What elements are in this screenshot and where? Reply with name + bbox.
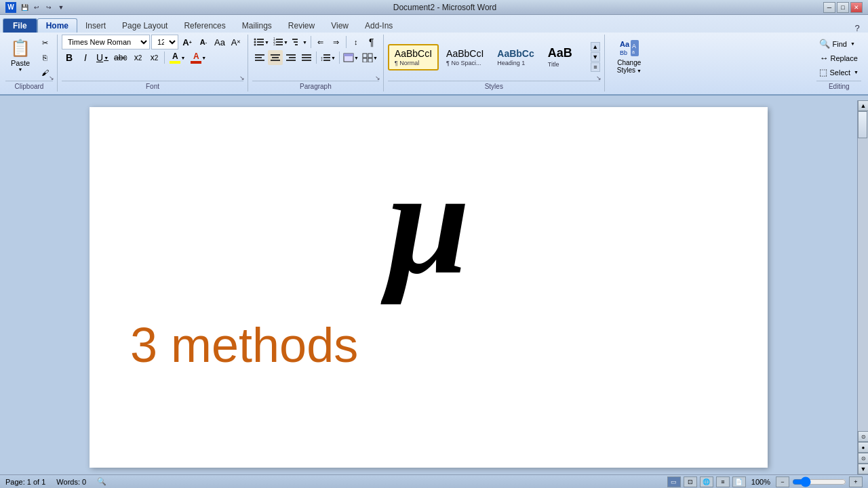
- styles-expand[interactable]: ↘: [595, 74, 603, 82]
- tab-mailings[interactable]: Mailings: [234, 19, 280, 33]
- font-expand[interactable]: ↘: [238, 74, 246, 82]
- style-normal[interactable]: AaBbCcI ¶ Normal: [388, 44, 439, 70]
- find-button[interactable]: 🔍 Find ▼: [816, 37, 857, 50]
- svg-rect-15: [255, 54, 264, 56]
- customize-quick-btn[interactable]: ▼: [56, 3, 66, 12]
- clear-format-button[interactable]: A✕: [229, 35, 243, 49]
- ribbon-content: 📋 Paste ▼ ✂ ⎘ 🖌 Clipboard ↘ Times New Ro…: [0, 33, 868, 94]
- cut-button[interactable]: ✂: [37, 36, 53, 49]
- tab-view[interactable]: View: [323, 19, 357, 33]
- styles-dropdown[interactable]: ≡: [591, 62, 600, 72]
- save-quick-btn[interactable]: 💾: [19, 3, 30, 12]
- clipboard-group: 📋 Paste ▼ ✂ ⎘ 🖌 Clipboard ↘: [3, 35, 58, 92]
- decrease-indent-button[interactable]: ⇐: [313, 35, 328, 49]
- style-normal-preview: AaBbCcI: [395, 48, 432, 59]
- find-label: Find: [832, 40, 846, 48]
- font-shrink-button[interactable]: A-: [196, 35, 211, 49]
- styles-scroll-down[interactable]: ▼: [591, 52, 600, 62]
- style-no-spacing[interactable]: AaBbCcI ¶ No Spaci...: [440, 45, 490, 70]
- select-icon: ⬚: [819, 67, 827, 77]
- minimize-button[interactable]: ─: [823, 2, 835, 13]
- show-para-button[interactable]: ¶: [364, 35, 379, 49]
- zoom-out-btn[interactable]: −: [776, 476, 789, 487]
- zoom-in-btn[interactable]: +: [849, 476, 863, 487]
- select-button[interactable]: ⬚ Select ▼: [816, 66, 861, 79]
- undo-quick-btn[interactable]: ↩: [31, 3, 42, 12]
- style-title[interactable]: AaB Title: [542, 43, 589, 71]
- strikethrough-button[interactable]: abc: [112, 50, 129, 65]
- methods-text: 3 methods: [130, 317, 727, 373]
- tab-file[interactable]: File: [3, 18, 37, 33]
- bullets-button[interactable]: ▼: [252, 35, 271, 49]
- paragraph-label: Paragraph: [252, 81, 379, 92]
- paste-button[interactable]: 📋 Paste ▼: [5, 35, 35, 75]
- increase-indent-button[interactable]: ⇒: [329, 35, 344, 49]
- borders-button[interactable]: ▼: [361, 50, 379, 65]
- document-area: μ 3 methods: [0, 100, 857, 474]
- title-bar-left: W 💾 ↩ ↪ ▼: [5, 2, 66, 13]
- change-case-button[interactable]: Aa: [212, 35, 227, 49]
- maximize-button[interactable]: □: [837, 2, 849, 13]
- change-styles-button[interactable]: Aa Bb A a ChangeStyles ▼: [609, 35, 650, 77]
- clipboard-group-content: 📋 Paste ▼ ✂ ⎘ 🖌: [5, 35, 53, 79]
- paste-dropdown[interactable]: ▼: [18, 67, 23, 72]
- tab-review[interactable]: Review: [280, 19, 323, 33]
- font-color-button[interactable]: A ▼: [189, 50, 208, 65]
- tab-insert[interactable]: Insert: [77, 19, 114, 33]
- tab-add-ins[interactable]: Add-Ins: [357, 19, 401, 33]
- subscript-button[interactable]: x2: [130, 50, 145, 65]
- outline-view-btn[interactable]: ≡: [716, 476, 730, 487]
- print-layout-view-btn[interactable]: ▭: [667, 476, 681, 487]
- clipboard-expand[interactable]: ↘: [47, 74, 56, 82]
- line-spacing-button[interactable]: ↕ ▼: [319, 50, 337, 65]
- scroll-next-object[interactable]: ●: [858, 442, 868, 453]
- scroll-prev-page[interactable]: ⊙: [858, 431, 868, 442]
- numbering-button[interactable]: 1.2.3. ▼: [271, 35, 290, 49]
- web-layout-view-btn[interactable]: 🌐: [700, 476, 713, 487]
- svg-rect-9: [276, 41, 283, 43]
- redo-quick-btn[interactable]: ↪: [43, 3, 54, 12]
- bold-button[interactable]: B: [62, 50, 77, 65]
- scroll-up-button[interactable]: ▲: [858, 100, 868, 111]
- font-grow-button[interactable]: A+: [180, 35, 195, 49]
- shading-button[interactable]: ▼: [342, 50, 360, 65]
- align-left-button[interactable]: [252, 50, 267, 65]
- scroll-track: [858, 111, 868, 431]
- paragraph-expand[interactable]: ↘: [374, 74, 382, 82]
- underline-button[interactable]: U▼: [94, 50, 111, 65]
- justify-button[interactable]: [299, 50, 314, 65]
- scroll-next-page[interactable]: ⊙: [858, 453, 868, 464]
- styles-label: Styles: [388, 81, 600, 92]
- svg-text:↕: ↕: [320, 55, 323, 62]
- zoom-slider[interactable]: [792, 478, 846, 486]
- replace-button[interactable]: ↔ Replace: [816, 52, 860, 64]
- words-info: Words: 0: [56, 478, 86, 486]
- scroll-thumb[interactable]: [858, 111, 867, 138]
- italic-button[interactable]: I: [78, 50, 93, 65]
- tab-page-layout[interactable]: Page Layout: [114, 19, 176, 33]
- svg-rect-29: [323, 60, 330, 61]
- font-name-select[interactable]: Times New Roman: [62, 35, 150, 49]
- font-size-select[interactable]: 12: [151, 35, 178, 49]
- ribbon-help-btn[interactable]: ?: [852, 23, 863, 33]
- align-right-button[interactable]: [283, 50, 298, 65]
- styles-scroll-up[interactable]: ▲: [591, 42, 600, 52]
- draft-view-btn[interactable]: 📄: [732, 476, 746, 487]
- superscript-button[interactable]: x2: [146, 50, 161, 65]
- align-center-button[interactable]: [268, 50, 283, 65]
- full-screen-view-btn[interactable]: ⊡: [684, 476, 697, 487]
- paragraph-group: ▼ 1.2.3. ▼ ▼ ⇐ ⇒ ↕ ¶: [250, 35, 384, 92]
- change-styles-content: Aa Bb A a ChangeStyles ▼: [609, 35, 650, 82]
- highlight-button[interactable]: A ▼: [167, 50, 187, 65]
- select-label: Select: [829, 68, 850, 77]
- style-heading1[interactable]: AaBbCc Heading 1: [491, 45, 540, 70]
- close-button[interactable]: ✕: [850, 2, 863, 13]
- sort-button[interactable]: ↕: [349, 35, 363, 49]
- scroll-down-button[interactable]: ▼: [858, 464, 868, 474]
- document-page[interactable]: μ 3 methods: [90, 107, 768, 468]
- multilevel-list-button[interactable]: ▼: [290, 35, 309, 49]
- copy-button[interactable]: ⎘: [37, 51, 53, 64]
- tab-home[interactable]: Home: [37, 18, 77, 33]
- style-title-label: Title: [548, 61, 559, 68]
- tab-references[interactable]: References: [176, 19, 233, 33]
